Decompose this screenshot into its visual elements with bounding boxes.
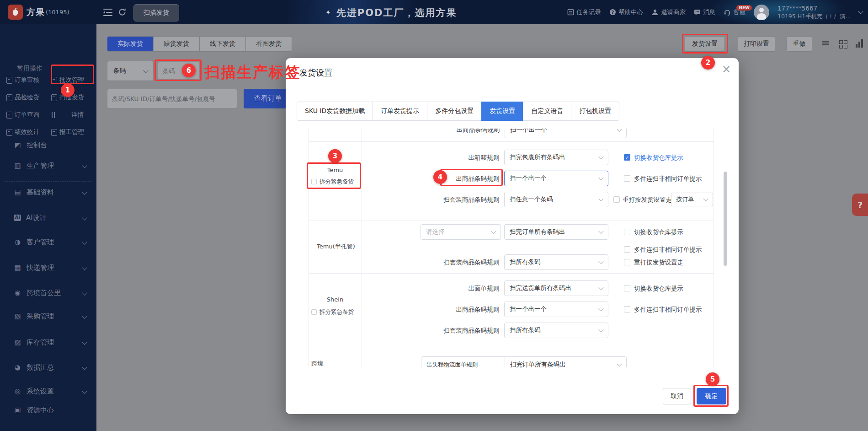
sidebar-item-performance-stats[interactable]: 绩效统计 (6, 128, 39, 137)
temu-set-barcode-select[interactable]: 扫任意一个条码 (504, 192, 608, 207)
semi-reprint-label: 重打按发货设置走 (634, 259, 683, 267)
refresh-icon[interactable] (118, 8, 127, 16)
sidebar-item-order-review[interactable]: 订单审核 (6, 75, 39, 85)
sidebar-item-work-report[interactable]: 报工管理 (51, 128, 84, 137)
shein-switch-warehouse-checkbox[interactable] (624, 285, 630, 291)
print-settings-button[interactable]: 打印设置 (738, 36, 775, 52)
customer-icon: ◑ (14, 238, 21, 246)
temu-reprint-mode-select[interactable]: 按订单 (671, 193, 713, 206)
help-floating-button[interactable]: ? (852, 194, 868, 216)
menu-base-data[interactable]: ▤基础资料 (0, 184, 96, 200)
tab-skuid-load[interactable]: SKU ID发货数据加载 (297, 102, 373, 121)
shein-split-urgent-label: 拆分紧急备货 (320, 308, 354, 316)
group-label-temu-semi: Temu(半托管) (302, 242, 370, 251)
chevron-down-icon (82, 215, 87, 220)
group-label-crossborder: 跨境 (310, 360, 324, 367)
view-order-button[interactable]: 查看订单 (244, 89, 292, 108)
current-page-chip[interactable]: 扫描发货 (133, 4, 179, 22)
cancel-button[interactable]: 取消 (663, 388, 691, 404)
tab-ship-settings[interactable]: 发货设置 (481, 102, 523, 121)
shein-set-barcode-select[interactable]: 扫所有条码 (504, 323, 608, 338)
semi-rule-type-select[interactable]: 请选择 (421, 224, 501, 240)
tab-image-ship[interactable]: 看图发货 (246, 37, 292, 51)
shein-label-rule-select[interactable]: 扫完送货单所有条码出 (504, 280, 608, 296)
menu-system-settings[interactable]: ◎系统设置 (0, 383, 96, 399)
semi-set-barcode-select[interactable]: 扫所有条码 (504, 254, 608, 270)
menu-first-mile[interactable]: ◉跨境首公里 (0, 285, 96, 301)
semi-reprint-checkbox[interactable] (624, 259, 630, 265)
select-firstleg-value[interactable]: 扫完订单所有条码出 (505, 356, 627, 367)
semi-multi-scan-checkbox[interactable] (624, 246, 630, 253)
purchase-icon: ▧ (14, 312, 21, 320)
modal-scrollbar[interactable] (724, 172, 727, 266)
sidebar-item-batch-manage[interactable]: 批次管理 (51, 75, 84, 85)
task-log-link[interactable]: 任务记录 (567, 8, 601, 16)
table-divider (309, 141, 714, 142)
tab-actual-ship[interactable]: 实际发货 (107, 37, 154, 51)
field-label: 扫套装商品条码规则 (389, 258, 499, 267)
user-menu-caret-icon[interactable] (858, 9, 863, 14)
search-type-select[interactable]: 条码 (107, 61, 154, 81)
redo-button[interactable]: 重做 (786, 36, 812, 52)
invite-merchant-link[interactable]: 邀请商家 (651, 8, 686, 16)
semi-switch-warehouse-checkbox[interactable] (624, 229, 630, 235)
table-divider (309, 221, 714, 221)
sidebar-item-scan-ship[interactable]: 扫描发货 (51, 93, 84, 102)
confirm-button[interactable]: 确定 (697, 388, 726, 404)
sidebar-item-detail[interactable]: 详情 (51, 110, 84, 119)
chart-view-icon[interactable] (856, 39, 863, 48)
menu-production[interactable]: ▥生产管理 (0, 158, 96, 173)
console-icon: ◩ (14, 141, 21, 149)
svg-text:?: ? (612, 10, 614, 15)
temu-box-mark-select[interactable]: 扫完包裹所有条码出 (504, 150, 608, 165)
shein-split-urgent-checkbox[interactable] (311, 309, 317, 315)
field-label-clipped: 出商品条码规则 (398, 129, 500, 134)
menu-inventory[interactable]: ▨库存管理 (0, 334, 96, 350)
collapse-sidebar-icon[interactable] (103, 9, 112, 16)
temu-reprint-checkbox[interactable] (613, 196, 620, 203)
tab-multi-pack[interactable]: 多件分包设置 (427, 102, 482, 121)
menu-ai-design[interactable]: AiAI设计 (0, 210, 96, 226)
tab-offline-ship[interactable]: 线下发货 (200, 37, 246, 51)
modal-tabs: SKU ID发货数据加载 订单发货提示 多件分包设置 发货设置 自定义语音 打包… (297, 102, 619, 121)
semi-rule-value-select[interactable]: 扫完订单所有条码出 (504, 224, 608, 240)
tab-packer[interactable]: 打包机设置 (571, 102, 619, 121)
select-clipped[interactable]: 扫一个出一个 (505, 129, 627, 138)
temu-product-barcode-select[interactable]: 扫一个出一个 (504, 171, 608, 186)
shein-multi-scan-checkbox[interactable] (624, 306, 630, 312)
sidebar-item-order-query[interactable]: 订单查询 (6, 110, 39, 119)
topbar-right: 任务记录 ? 帮助中心 邀请商家 (567, 0, 863, 24)
avatar[interactable] (754, 5, 769, 20)
list-view-icon[interactable] (822, 40, 829, 46)
order-search-input[interactable] (107, 89, 237, 108)
temu-switch-warehouse-checkbox[interactable]: ✓ (624, 154, 630, 161)
barcode-input[interactable] (158, 62, 200, 80)
tab-oos-ship[interactable]: 缺货发货 (154, 37, 200, 51)
menu-console[interactable]: ◩控制台 (0, 137, 96, 153)
messages-link[interactable]: 消息 (694, 8, 715, 16)
tab-order-ship-hint[interactable]: 订单发货提示 (373, 102, 427, 121)
data-summary-icon: ◕ (14, 363, 21, 372)
menu-purchase[interactable]: ▧采购管理 (0, 308, 96, 324)
menu-resource-center[interactable]: ▣资源中心 (0, 402, 96, 418)
customer-service-link[interactable]: 客服 NEW (724, 8, 746, 16)
help-center-link[interactable]: ? 帮助中心 (609, 8, 643, 16)
sidebar-item-qc-inspect[interactable]: 品检验货 (6, 93, 39, 102)
field-label: 出面单规则 (389, 284, 499, 293)
menu-customer[interactable]: ◑客户管理 (0, 234, 96, 250)
menu-express[interactable]: ▦快递管理 (0, 260, 96, 275)
app-logo[interactable] (8, 5, 23, 20)
temu-split-urgent-checkbox[interactable] (311, 179, 317, 184)
grid-view-icon[interactable] (839, 40, 847, 48)
user-info[interactable]: 177****5667 10195 H1手机壳（工厂演... (777, 5, 851, 20)
field-label: 出商品条码规则 (389, 305, 499, 314)
temu-multi-scan-label: 多件连扫非相同订单提示 (634, 175, 702, 183)
semi-multi-scan-label: 多件连扫非相同订单提示 (634, 246, 702, 254)
tab-custom-voice[interactable]: 自定义语音 (523, 102, 571, 121)
person-icon (651, 9, 659, 16)
temu-multi-scan-checkbox[interactable] (624, 175, 630, 182)
ship-settings-button[interactable]: 发货设置 (685, 36, 725, 52)
close-icon[interactable]: × (720, 63, 733, 76)
shein-product-barcode-select[interactable]: 扫一个出一个 (504, 302, 608, 317)
menu-data-summary[interactable]: ◕数据汇总 (0, 360, 96, 375)
